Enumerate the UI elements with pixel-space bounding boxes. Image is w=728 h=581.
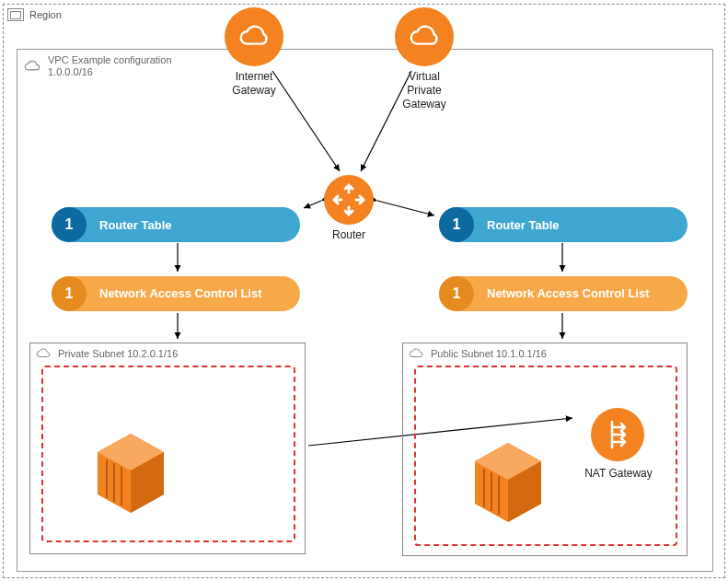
route-table-left: 1 Router Table — [52, 207, 300, 242]
vpc-title: VPC Example configuration — [48, 54, 172, 66]
private-subnet-header: Private Subnet 10.2.0.1/16 — [34, 347, 178, 360]
region-header: Region — [7, 8, 62, 21]
cloud-icon — [22, 59, 42, 74]
cloud-icon — [407, 347, 425, 360]
route-table-right: 1 Router Table — [439, 207, 688, 242]
vpc-label: VPC Example configuration 1.0.0.0/16 — [48, 54, 172, 78]
public-subnet-label: Public Subnet 10.1.0.1/16 — [431, 348, 547, 359]
region-flag-icon — [7, 8, 24, 21]
route-table-right-num: 1 — [439, 207, 474, 242]
ec2-instance-icon — [94, 432, 168, 515]
nacl-left-label: Network Access Control List — [99, 287, 300, 301]
virtual-private-gateway-label: Virtual Private Gateway — [389, 70, 459, 111]
security-group-left — [41, 366, 295, 542]
virtual-private-gateway-icon — [395, 7, 454, 66]
router-label: Router — [324, 228, 374, 241]
router-icon — [324, 175, 374, 225]
route-table-left-num: 1 — [52, 207, 87, 242]
nacl-right: 1 Network Access Control List — [439, 276, 688, 311]
nat-gateway-label: NAT Gateway — [572, 467, 664, 480]
vpc-cidr: 1.0.0.0/16 — [48, 66, 172, 78]
route-table-left-label: Router Table — [99, 218, 300, 232]
route-table-right-label: Router Table — [487, 218, 688, 232]
nacl-left: 1 Network Access Control List — [52, 276, 300, 311]
security-group-right: NAT Gateway — [414, 366, 677, 546]
internet-gateway-icon — [225, 7, 283, 66]
internet-gateway-label: Internet Gateway — [225, 70, 283, 98]
nacl-left-num: 1 — [52, 276, 87, 311]
vpc-header: VPC Example configuration 1.0.0.0/16 — [17, 49, 219, 84]
cloud-icon — [34, 347, 52, 360]
nacl-right-label: Network Access Control List — [487, 287, 688, 301]
public-subnet: Public Subnet 10.1.0.1/16 NAT Ga — [402, 343, 688, 556]
ec2-instance-icon — [471, 441, 545, 524]
public-subnet-header: Public Subnet 10.1.0.1/16 — [407, 347, 547, 360]
region-label: Region — [29, 9, 62, 20]
private-subnet-label: Private Subnet 10.2.0.1/16 — [58, 348, 178, 359]
nat-gateway-icon — [591, 408, 644, 461]
private-subnet: Private Subnet 10.2.0.1/16 — [29, 343, 306, 554]
nacl-right-num: 1 — [439, 276, 474, 311]
